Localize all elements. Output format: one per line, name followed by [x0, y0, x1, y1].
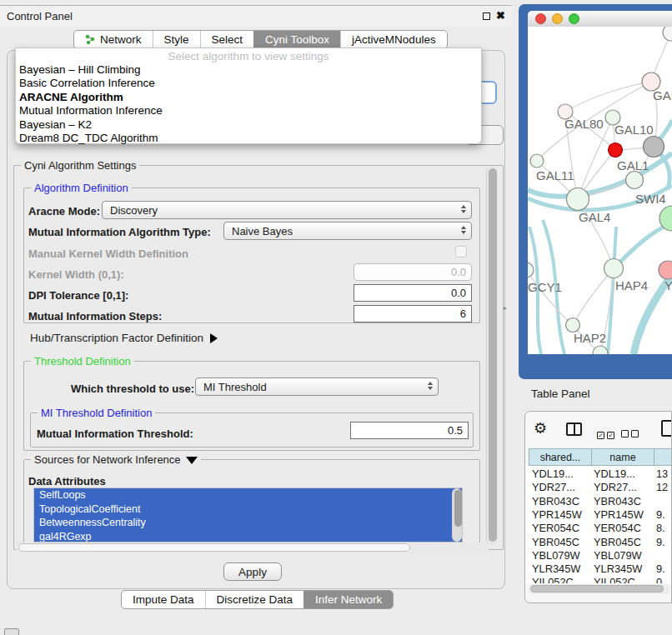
attribute-item-selected[interactable]: TopologicalCoefficient [34, 502, 462, 517]
which-threshold-combobox[interactable]: MI Threshold [195, 378, 439, 396]
cell-value: 0 [656, 576, 662, 583]
float-window-icon[interactable] [483, 12, 490, 20]
tab-select[interactable]: Select [200, 31, 254, 48]
cell-value: 9. [656, 508, 665, 521]
network-node[interactable] [567, 188, 589, 211]
settings-scrollbar-track[interactable] [486, 167, 498, 545]
panel-divider-grip[interactable]: ▸ [504, 304, 507, 312]
show-unselected-icon[interactable] [621, 426, 641, 441]
attribute-item-selected[interactable]: BetweennessCentrality [34, 516, 462, 530]
cell-name: YDL19... [594, 468, 635, 480]
tab-network-label: Network [100, 33, 142, 46]
network-window-titlebar[interactable] [528, 11, 672, 27]
mi-threshold-label: Mutual Information Threshold: [37, 428, 193, 440]
dropdown-item[interactable]: Dream8 DC_TDC Algorithm [16, 132, 481, 145]
kernel-width-label: Kernel Width (0,1): [28, 268, 124, 281]
mi-steps-field[interactable]: 6 [354, 305, 472, 322]
network-view-canvas[interactable]: GAL GAL80 GAL10 GAL1 GAL11 GAL4 SWI4 GCY… [528, 27, 672, 354]
tab-infer-network[interactable]: Infer Network [303, 591, 393, 608]
manual-kernel-checkbox[interactable] [455, 246, 467, 258]
settings-hscrollbar-track[interactable] [17, 542, 489, 553]
which-threshold-value: MI Threshold [203, 381, 267, 393]
network-node[interactable] [566, 318, 580, 332]
column-header-partial[interactable] [654, 448, 672, 466]
minimized-panel-icon[interactable] [4, 628, 19, 635]
table-panel-window: ⚙ ✓✓ shared... name YDL19...YDL19...13 Y… [524, 411, 672, 603]
network-node[interactable] [593, 346, 608, 354]
zoom-window-icon[interactable] [569, 13, 579, 24]
aracne-mode-combobox[interactable]: Discovery [102, 201, 472, 219]
tab-cyni-toolbox[interactable]: Cyni Toolbox [253, 31, 340, 48]
mi-threshold-definition-title: MI Threshold Definition [38, 407, 155, 419]
mi-threshold-field[interactable]: 0.5 [350, 422, 469, 439]
network-node[interactable] [530, 154, 544, 168]
close-panel-icon[interactable]: ✖ [496, 9, 505, 22]
stepper-arrows-icon [461, 205, 466, 213]
dropdown-item[interactable]: Bayesian – Hill Climbing [16, 63, 481, 77]
threshold-definition-title: Threshold Definition [31, 355, 134, 368]
table-hscrollbar-track[interactable] [529, 584, 670, 594]
node-label: SWI4 [635, 192, 666, 206]
which-threshold-label: Which threshold to use: [71, 382, 194, 395]
cell-value: 8. [656, 522, 665, 534]
node-label: GAL80 [564, 117, 604, 131]
apply-button[interactable]: Apply [223, 562, 282, 581]
data-attributes-list: SelfLoops TopologicalCoefficient Between… [33, 488, 463, 542]
stepper-arrows-icon [428, 382, 433, 390]
column-header-shared[interactable]: shared... [529, 448, 592, 466]
cell-shared: YBR043C [532, 495, 579, 508]
tab-jactivemnodules[interactable]: jActiveMNodules [340, 31, 447, 48]
network-node-selected[interactable] [609, 143, 623, 158]
column-header-name[interactable]: name [591, 448, 654, 466]
tab-jactivemnodules-label: jActiveMNodules [352, 33, 436, 46]
attributes-scrollbar-track[interactable] [452, 488, 462, 542]
network-node[interactable] [626, 172, 644, 189]
tab-discretize-data[interactable]: Discretize Data [205, 591, 304, 608]
node-label: GAL10 [614, 122, 654, 137]
tab-style-label: Style [164, 33, 189, 46]
network-node[interactable] [663, 27, 672, 41]
cell-shared: YPR145W [532, 508, 582, 521]
hub-definition-expander[interactable]: Hub/Transcription Factor Definition [30, 332, 218, 344]
tab-network[interactable]: Network [74, 31, 153, 48]
control-panel-title: Control Panel [7, 10, 73, 22]
cell-value: 13 [656, 468, 668, 480]
manual-kernel-label: Manual Kernel Width Definition [28, 248, 188, 260]
gear-icon[interactable]: ⚙ [534, 419, 547, 438]
dropdown-item[interactable]: Basic Correlation Inference [16, 77, 481, 90]
dpi-tolerance-field[interactable]: 0.0 [354, 284, 472, 302]
dropdown-item[interactable]: Bayesian – K2 [16, 118, 481, 132]
node-label: Y [664, 278, 672, 292]
network-node[interactable] [528, 262, 534, 278]
attributes-scrollbar-thumb[interactable] [454, 490, 462, 527]
tab-cyni-toolbox-label: Cyni Toolbox [265, 33, 329, 46]
tab-select-label: Select [212, 33, 243, 46]
dropdown-placeholder: Select algorithm to view settings [16, 50, 481, 63]
attribute-item-selected[interactable]: SelfLoops [34, 488, 462, 502]
collapse-down-icon[interactable] [186, 457, 198, 464]
network-node[interactable] [644, 137, 664, 158]
function-builder-icon[interactable] [661, 420, 672, 437]
network-node[interactable] [659, 261, 672, 279]
kernel-width-field[interactable]: 0.0 [354, 263, 472, 281]
dropdown-item-selected[interactable]: ARACNE Algorithm [16, 91, 481, 104]
tab-style[interactable]: Style [153, 31, 200, 48]
table-hscrollbar-thumb[interactable] [530, 585, 664, 592]
close-window-icon[interactable] [535, 13, 546, 24]
cell-value: 9. [656, 562, 665, 575]
columns-icon[interactable] [566, 422, 582, 436]
show-selected-icon[interactable]: ✓✓ [597, 426, 617, 441]
minimize-window-icon[interactable] [552, 13, 563, 24]
settings-scrollbar-thumb[interactable] [489, 168, 497, 542]
tab-impute-data[interactable]: Impute Data [122, 591, 205, 608]
network-node[interactable] [604, 259, 624, 278]
mi-type-value: Naive Bayes [232, 225, 293, 238]
attribute-item-selected[interactable]: gal4RGexp [34, 530, 462, 543]
mi-type-combobox[interactable]: Naive Bayes [223, 222, 472, 240]
settings-hscrollbar-thumb[interactable] [18, 543, 410, 552]
sources-group-title: Sources for Network Inference [31, 453, 201, 466]
hub-definition-label: Hub/Transcription Factor Definition [30, 332, 203, 344]
dropdown-item[interactable]: Mutual Information Inference [16, 104, 481, 118]
table-panel-title: Table Panel [531, 388, 590, 400]
cell-name: YLR345W [594, 562, 642, 575]
